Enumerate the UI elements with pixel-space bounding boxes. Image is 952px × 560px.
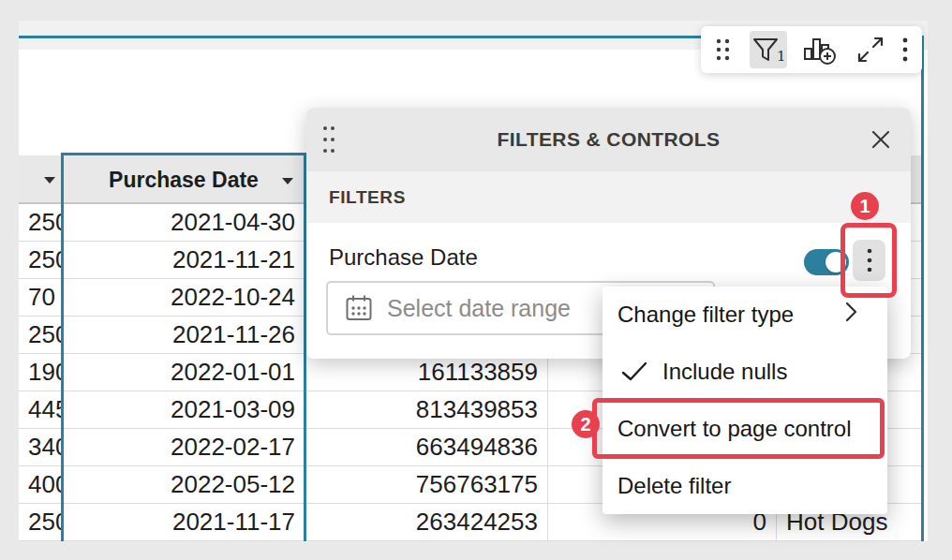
menu-item-label: Include nulls xyxy=(662,359,787,385)
table-cell[interactable]: 250 xyxy=(19,504,63,541)
chevron-right-icon xyxy=(844,300,859,330)
filter-name-label: Purchase Date xyxy=(329,244,478,271)
filters-section-label: FILTERS xyxy=(329,187,406,208)
table-cell[interactable]: 161133859 xyxy=(305,354,548,391)
annotation-badge-step1: 1 xyxy=(851,192,879,220)
kebab-icon xyxy=(867,248,872,273)
menu-item-convert-to-page-control[interactable]: Convert to page control xyxy=(602,401,887,458)
column-menu-arrow-icon[interactable] xyxy=(44,177,55,184)
calendar-icon xyxy=(345,294,373,322)
close-icon[interactable] xyxy=(870,128,892,155)
table-cell[interactable]: 756763175 xyxy=(305,466,548,504)
table-cell[interactable]: 2021-11-21 xyxy=(63,242,305,279)
menu-item-include-nulls[interactable]: Include nulls xyxy=(602,344,887,401)
screenshot-root: Purchase Date 2502021-04-302502021-11-21… xyxy=(0,0,952,560)
widget-selection-right-border xyxy=(921,36,924,541)
maximize-button[interactable] xyxy=(855,35,885,65)
table-cell[interactable]: 340 xyxy=(19,429,63,466)
table-cell[interactable]: 2022-10-24 xyxy=(63,279,305,317)
drag-handle-dots xyxy=(714,37,733,63)
column-menu-arrow-icon[interactable] xyxy=(282,178,293,184)
table-cell[interactable]: 2022-01-01 xyxy=(63,354,305,391)
table-cell[interactable]: 2021-11-17 xyxy=(63,504,305,541)
table-cell[interactable]: 663494836 xyxy=(305,429,548,466)
table-cell[interactable]: 2021-04-30 xyxy=(63,204,305,242)
svg-text:1: 1 xyxy=(777,48,785,64)
menu-item-change-filter-type[interactable]: Change filter type xyxy=(602,287,887,344)
table-cell[interactable]: 400 xyxy=(19,466,63,504)
table-cell[interactable]: 190 xyxy=(19,354,63,391)
menu-item-delete-filter[interactable]: Delete filter xyxy=(602,457,887,514)
panel-title: FILTERS & CONTROLS xyxy=(498,128,721,151)
element-toolbar: 1 xyxy=(701,26,922,73)
add-child-chart-button[interactable] xyxy=(803,34,839,66)
date-range-placeholder: Select date range xyxy=(387,295,571,322)
column-header-purchase-date[interactable]: Purchase Date xyxy=(63,155,305,204)
column-header-label: Purchase Date xyxy=(109,168,259,193)
panel-header[interactable]: FILTERS & CONTROLS xyxy=(306,108,911,171)
menu-item-label: Convert to page control xyxy=(617,416,851,442)
annotation-badge-step2: 2 xyxy=(572,410,600,438)
table-cell[interactable]: 250 xyxy=(19,204,63,242)
table-cell[interactable]: 2021-11-26 xyxy=(63,317,305,354)
table-cell[interactable]: 2021-03-09 xyxy=(63,391,305,429)
filter-toggle[interactable] xyxy=(804,249,849,275)
panel-drag-handle-icon[interactable] xyxy=(321,124,336,159)
menu-item-label: Change filter type xyxy=(617,302,794,328)
filter-context-menu: Change filter type Include nulls Convert… xyxy=(602,287,887,514)
add-child-chart-icon xyxy=(803,34,839,66)
menu-item-label: Delete filter xyxy=(617,473,731,499)
more-options-icon xyxy=(901,37,909,63)
filter-button[interactable]: 1 xyxy=(750,31,787,68)
table-cell[interactable]: 445 xyxy=(19,391,63,429)
filter-icon: 1 xyxy=(751,36,785,64)
table-cell[interactable]: 2022-02-17 xyxy=(63,429,305,466)
column-header-first[interactable] xyxy=(19,155,63,204)
table-cell[interactable]: 2022-05-12 xyxy=(63,466,305,504)
table-cell[interactable]: 250 xyxy=(19,317,63,354)
filter-more-options-button[interactable] xyxy=(853,240,885,281)
table-cell[interactable]: 250 xyxy=(19,242,63,279)
toggle-knob xyxy=(826,252,846,273)
more-options-button[interactable] xyxy=(901,37,909,63)
table-cell[interactable]: 70 xyxy=(19,279,63,317)
maximize-icon xyxy=(855,35,885,65)
table-cell[interactable]: 813439853 xyxy=(305,391,548,429)
checkmark-icon xyxy=(621,361,647,382)
table-cell[interactable]: 263424253 xyxy=(305,504,548,541)
drag-handle-icon[interactable] xyxy=(714,37,733,63)
filters-section-header: FILTERS xyxy=(306,171,911,223)
